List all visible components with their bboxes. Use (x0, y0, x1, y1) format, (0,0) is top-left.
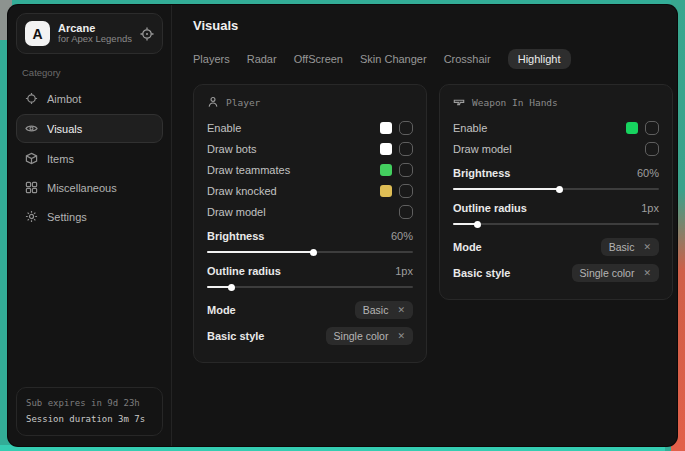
setting-row-draw-model: Draw model (207, 201, 413, 222)
setting-controls (626, 121, 659, 135)
setting-row-enable: Enable (207, 117, 413, 138)
setting-controls (380, 142, 413, 156)
page-title: Visuals (193, 18, 677, 33)
slider-label: Brightness (207, 230, 264, 242)
sidebar-item-settings[interactable]: Settings (16, 202, 163, 231)
chip-close-icon[interactable]: ✕ (397, 331, 405, 341)
checkbox[interactable] (399, 163, 413, 177)
sidebar-item-items[interactable]: Items (16, 144, 163, 173)
brightness-slider[interactable] (207, 251, 413, 253)
session-duration-text: Session duration 3m 7s (26, 412, 153, 427)
basic-style-chip[interactable]: Single color ✕ (572, 264, 659, 282)
setting-label: Draw model (453, 143, 512, 155)
checkbox[interactable] (645, 121, 659, 135)
slider-label: Brightness (453, 167, 510, 179)
checkbox[interactable] (399, 121, 413, 135)
chip-value: Single color (580, 267, 635, 279)
chip-close-icon[interactable]: ✕ (397, 305, 405, 315)
player-panel: Player Enable Draw bots (193, 84, 427, 363)
cube-icon (25, 152, 38, 165)
outline-radius-slider[interactable] (207, 286, 413, 288)
category-label: Category (22, 67, 157, 78)
setting-controls (399, 205, 413, 219)
color-swatch[interactable] (626, 122, 638, 134)
setting-label: Enable (207, 122, 241, 134)
sidebar: A Arcane for Apex Legends Category (8, 5, 172, 446)
sidebar-item-aimbot[interactable]: Aimbot (16, 84, 163, 113)
checkbox[interactable] (399, 184, 413, 198)
chip-close-icon[interactable]: ✕ (643, 242, 651, 252)
sub-expiry-text: Sub expires in 9d 23h (26, 396, 153, 411)
setting-label: Mode (453, 241, 482, 253)
setting-label: Draw teammates (207, 164, 290, 176)
setting-row-basic-style: Basic style Single color ✕ (207, 323, 413, 349)
weapon-panel-title: Weapon In Hands (472, 97, 558, 108)
app-header-card: A Arcane for Apex Legends (16, 13, 163, 54)
slider-thumb[interactable] (474, 221, 481, 228)
slider-value: 1px (395, 265, 413, 277)
outline-radius-slider[interactable] (453, 223, 659, 225)
crosshair-icon (25, 92, 38, 105)
sidebar-item-miscellaneous[interactable]: Miscellaneous (16, 173, 163, 202)
slider-thumb[interactable] (228, 284, 235, 291)
setting-row-mode: Mode Basic ✕ (453, 234, 659, 260)
setting-row-basic-style: Basic style Single color ✕ (453, 260, 659, 286)
setting-controls (380, 121, 413, 135)
setting-row-draw-model: Draw model (453, 138, 659, 159)
slider-row-outline-radius: Outline radius 1px (207, 262, 413, 288)
brightness-slider[interactable] (453, 188, 659, 190)
app-window: A Arcane for Apex Legends Category (8, 5, 677, 446)
chip-value: Basic (609, 241, 635, 253)
chip-value: Single color (334, 330, 389, 342)
setting-label: Draw model (207, 206, 266, 218)
panels-container: Player Enable Draw bots (193, 84, 677, 363)
setting-row-mode: Mode Basic ✕ (207, 297, 413, 323)
setting-label: Draw knocked (207, 185, 277, 197)
checkbox[interactable] (399, 205, 413, 219)
setting-label: Mode (207, 304, 236, 316)
slider-value: 1px (641, 202, 659, 214)
person-icon (207, 96, 219, 108)
tab-bar: Players Radar OffScreen Skin Changer Cro… (193, 49, 677, 69)
slider-thumb[interactable] (556, 186, 563, 193)
slider-value: 60% (637, 167, 659, 179)
sidebar-item-visuals[interactable]: Visuals (16, 114, 163, 143)
tab-skin-changer[interactable]: Skin Changer (360, 49, 427, 69)
tab-players[interactable]: Players (193, 49, 230, 69)
main-content: Visuals Players Radar OffScreen Skin Cha… (172, 5, 677, 446)
tab-radar[interactable]: Radar (247, 49, 277, 69)
color-swatch[interactable] (380, 122, 392, 134)
chip-close-icon[interactable]: ✕ (643, 268, 651, 278)
checkbox[interactable] (399, 142, 413, 156)
slider-thumb[interactable] (310, 249, 317, 256)
mode-chip[interactable]: Basic ✕ (355, 301, 413, 319)
slider-label: Outline radius (207, 265, 281, 277)
checkbox[interactable] (645, 142, 659, 156)
target-icon[interactable] (140, 27, 154, 41)
tab-crosshair[interactable]: Crosshair (444, 49, 491, 69)
player-panel-title: Player (226, 97, 260, 108)
sidebar-nav: Aimbot Visuals Ite (16, 84, 163, 231)
chip-value: Basic (363, 304, 389, 316)
setting-row-draw-knocked: Draw knocked (207, 180, 413, 201)
slider-label: Outline radius (453, 202, 527, 214)
color-swatch[interactable] (380, 143, 392, 155)
mode-chip[interactable]: Basic ✕ (601, 238, 659, 256)
setting-controls (380, 163, 413, 177)
tab-offscreen[interactable]: OffScreen (294, 49, 343, 69)
color-swatch[interactable] (380, 185, 392, 197)
basic-style-chip[interactable]: Single color ✕ (326, 327, 413, 345)
setting-controls (380, 184, 413, 198)
setting-controls (645, 142, 659, 156)
tab-highlight[interactable]: Highlight (508, 49, 571, 69)
setting-label: Basic style (207, 330, 264, 342)
setting-label: Enable (453, 122, 487, 134)
setting-label: Basic style (453, 267, 510, 279)
weapon-panel: Weapon In Hands Enable Draw model (439, 84, 673, 300)
session-info-card: Sub expires in 9d 23h Session duration 3… (16, 387, 163, 436)
slider-row-outline-radius: Outline radius 1px (453, 199, 659, 225)
weapon-icon (453, 96, 465, 108)
player-panel-header: Player (207, 96, 413, 108)
gear-icon (25, 210, 38, 223)
color-swatch[interactable] (380, 164, 392, 176)
